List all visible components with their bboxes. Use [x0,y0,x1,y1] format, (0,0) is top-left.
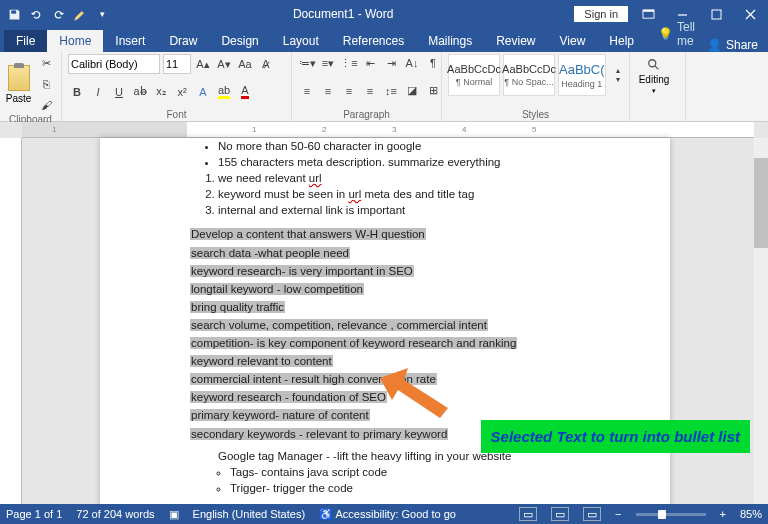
horizontal-ruler[interactable]: 1 1 2 3 4 5 [22,122,754,138]
zoom-out-icon[interactable]: − [615,508,621,520]
redo-icon[interactable] [48,4,68,24]
align-right-icon[interactable]: ≡ [340,82,358,100]
subscript-button[interactable]: x₂ [152,83,170,101]
style-heading1[interactable]: AaBbC(Heading 1 [558,54,606,96]
numbering-button[interactable]: ≡▾ [319,54,337,72]
tab-home[interactable]: Home [47,30,103,52]
style-no-spacing[interactable]: AaBbCcDc¶ No Spac... [503,54,555,96]
svg-line-6 [655,65,659,69]
selected-text: search data -what people need [190,245,580,261]
qat-dropdown-icon[interactable]: ▾ [92,4,112,24]
svg-rect-4 [712,10,721,19]
shrink-font-icon[interactable]: A▾ [215,55,233,73]
multilevel-button[interactable]: ⋮≡ [340,54,358,72]
status-proofing-icon[interactable]: ▣ [169,508,179,521]
status-wordcount[interactable]: 72 of 204 words [76,508,154,520]
selected-text: keyword relevant to content [190,353,580,369]
style-normal[interactable]: AaBbCcDc¶ Normal [448,54,500,96]
superscript-button[interactable]: x² [173,83,191,101]
font-size-select[interactable] [163,54,191,74]
close-icon[interactable] [736,3,764,25]
share-icon: 👤 [707,38,722,52]
tab-layout[interactable]: Layout [271,30,331,52]
tab-view[interactable]: View [548,30,598,52]
change-case-icon[interactable]: Aa [236,55,254,73]
status-page[interactable]: Page 1 of 1 [6,508,62,520]
save-icon[interactable] [4,4,24,24]
styles-more-icon[interactable]: ▴▾ [609,66,627,84]
quick-access-toolbar: ▾ [4,4,112,24]
hollow-bullet-item: Tags- contains java script code [230,464,580,480]
copy-icon[interactable]: ⎘ [37,75,55,93]
bullet-item: No more than 50-60 character in google [218,138,580,154]
tab-review[interactable]: Review [484,30,547,52]
bold-button[interactable]: B [68,83,86,101]
selected-text: competition- is key component of keyword… [190,335,580,351]
svg-rect-2 [643,9,654,11]
show-marks-icon[interactable]: ¶ [424,54,442,72]
tab-design[interactable]: Design [209,30,270,52]
group-font: A▴ A▾ Aa A̷ B I U ab̶ x₂ x² A ab A Font [62,52,292,121]
vertical-ruler[interactable] [0,138,22,504]
numbered-item: keyword must be seen in url meta des and… [218,186,580,202]
highlighter-icon[interactable] [70,4,90,24]
status-language[interactable]: English (United States) [193,508,306,520]
vertical-scrollbar[interactable] [754,138,768,504]
grow-font-icon[interactable]: A▴ [194,55,212,73]
find-icon [647,58,661,72]
tab-file[interactable]: File [4,30,47,52]
ribbon-tabs: File Home Insert Draw Design Layout Refe… [0,28,768,52]
tell-me-search[interactable]: 💡Tell me [654,16,707,52]
editing-button[interactable]: Editing ▾ [636,54,672,98]
sort-icon[interactable]: A↓ [403,54,421,72]
selected-text: bring quality traffic [190,299,580,315]
statusbar: Page 1 of 1 72 of 204 words ▣ English (U… [0,504,768,524]
tab-references[interactable]: References [331,30,416,52]
underline-button[interactable]: U [110,83,128,101]
increase-indent-icon[interactable]: ⇥ [382,54,400,72]
signin-button[interactable]: Sign in [574,6,628,22]
font-color-icon[interactable]: A [236,83,254,101]
borders-icon[interactable]: ⊞ [424,82,442,100]
italic-button[interactable]: I [89,83,107,101]
selected-text: Develop a content that answers W-H quest… [190,226,580,242]
align-left-icon[interactable]: ≡ [298,82,316,100]
zoom-level[interactable]: 85% [740,508,762,520]
view-print-icon[interactable]: ▭ [551,507,569,521]
callout-label: Selected Text to turn into bullet list [481,420,750,453]
clear-format-icon[interactable]: A̷ [257,55,275,73]
zoom-slider[interactable] [636,513,706,516]
align-center-icon[interactable]: ≡ [319,82,337,100]
document-area: 1 1 2 3 4 5 No more than 50-60 character… [0,122,768,504]
justify-icon[interactable]: ≡ [361,82,379,100]
format-painter-icon[interactable]: 🖌 [37,96,55,114]
shading-icon[interactable]: ◪ [403,82,421,100]
lightbulb-icon: 💡 [658,27,673,41]
view-web-icon[interactable]: ▭ [583,507,601,521]
view-read-icon[interactable]: ▭ [519,507,537,521]
tab-insert[interactable]: Insert [103,30,157,52]
highlight-color-icon[interactable]: ab [215,83,233,101]
numbered-item: internal and external link is important [218,202,580,218]
line-spacing-icon[interactable]: ↕≡ [382,82,400,100]
font-name-select[interactable] [68,54,160,74]
tab-draw[interactable]: Draw [157,30,209,52]
selected-text: keyword research- is very important in S… [190,263,580,279]
text-effects-icon[interactable]: A [194,83,212,101]
cut-icon[interactable]: ✂ [37,54,55,72]
scrollbar-thumb[interactable] [754,158,768,248]
zoom-in-icon[interactable]: + [720,508,726,520]
window-title: Document1 - Word [112,7,574,21]
undo-icon[interactable] [26,4,46,24]
status-accessibility[interactable]: ♿ Accessibility: Good to go [319,508,456,521]
tab-help[interactable]: Help [597,30,646,52]
tab-mailings[interactable]: Mailings [416,30,484,52]
selected-text: search volume, competition, relevance , … [190,317,580,333]
decrease-indent-icon[interactable]: ⇤ [361,54,379,72]
group-label-paragraph: Paragraph [298,109,435,120]
bullets-button[interactable]: ≔▾ [298,54,316,72]
strike-button[interactable]: ab̶ [131,83,149,101]
paste-button[interactable]: Paste [6,62,32,106]
svg-rect-0 [11,10,16,13]
share-button[interactable]: 👤Share [707,38,758,52]
